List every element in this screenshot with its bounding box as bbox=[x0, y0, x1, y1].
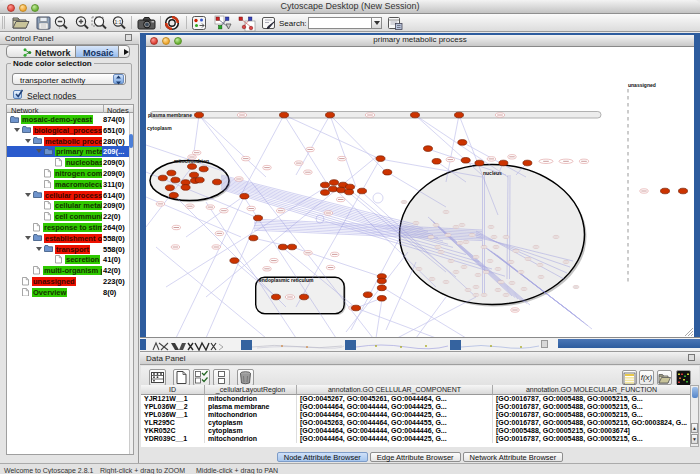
svg-text:unassigned: unassigned bbox=[628, 82, 656, 88]
svg-text:cytoplasm: cytoplasm bbox=[147, 125, 172, 131]
svg-text:endoplasmic reticulum: endoplasmic reticulum bbox=[259, 277, 314, 283]
svg-text:1:1: 1:1 bbox=[115, 19, 122, 25]
svg-text:nucleus: nucleus bbox=[483, 170, 502, 176]
svg-text:plasma membrane: plasma membrane bbox=[148, 112, 192, 118]
